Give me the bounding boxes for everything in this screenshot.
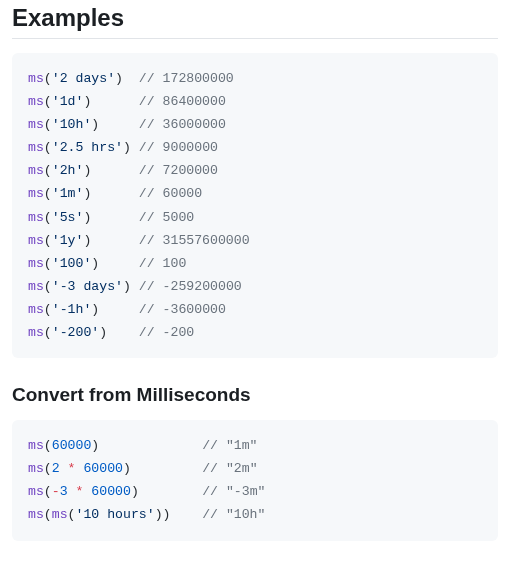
heading-convert-from-ms: Convert from Milliseconds <box>12 384 498 406</box>
code-line: ms('5s') // 5000 <box>28 206 482 229</box>
code-line: ms(-3 * 60000) // "-3m" <box>28 480 482 503</box>
code-line: ms('2.5 hrs') // 9000000 <box>28 136 482 159</box>
heading-examples: Examples <box>12 4 498 39</box>
code-line: ms(60000) // "1m" <box>28 434 482 457</box>
code-line: ms('2 days') // 172800000 <box>28 67 482 90</box>
code-line: ms('2h') // 7200000 <box>28 159 482 182</box>
code-line: ms('-3 days') // -259200000 <box>28 275 482 298</box>
code-line: ms('-200') // -200 <box>28 321 482 344</box>
code-line: ms('-1h') // -3600000 <box>28 298 482 321</box>
code-line: ms('1m') // 60000 <box>28 182 482 205</box>
code-block-examples: ms('2 days') // 172800000ms('1d') // 864… <box>12 53 498 358</box>
code-line: ms('1d') // 86400000 <box>28 90 482 113</box>
code-block-convert: ms(60000) // "1m"ms(2 * 60000) // "2m"ms… <box>12 420 498 540</box>
code-line: ms(2 * 60000) // "2m" <box>28 457 482 480</box>
code-line: ms('1y') // 31557600000 <box>28 229 482 252</box>
code-line: ms('100') // 100 <box>28 252 482 275</box>
code-line: ms(ms('10 hours')) // "10h" <box>28 503 482 526</box>
code-line: ms('10h') // 36000000 <box>28 113 482 136</box>
